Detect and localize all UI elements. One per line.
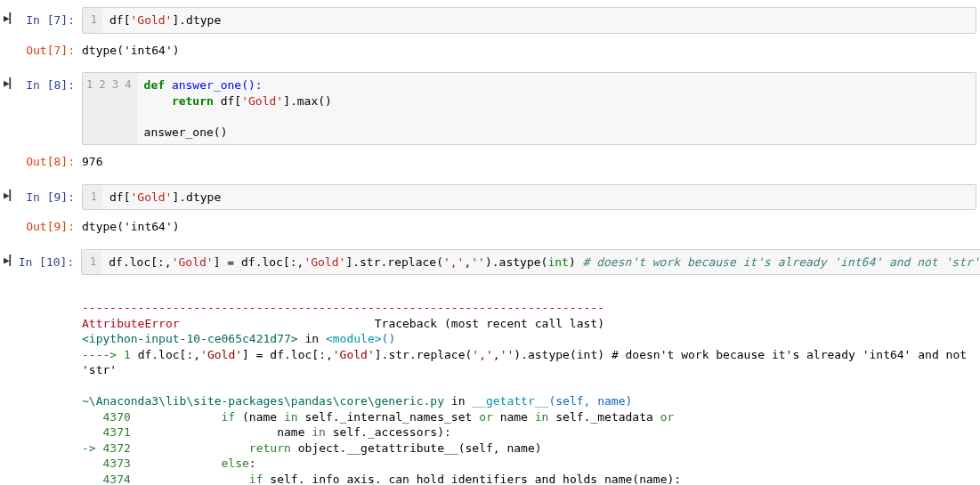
out-prompt-10 — [16, 279, 82, 485]
run-icon[interactable]: ▶▎ — [4, 72, 16, 145]
cell-7-input: ▶▎ In [7]: 1 df['Gold'].dtype — [4, 7, 976, 34]
cell-10-output: ----------------------------------------… — [4, 279, 976, 485]
cell-10-input: ▶▎ In [10]: 1 df.loc[:,'Gold'] = df.loc[… — [4, 249, 976, 276]
code-input-8[interactable]: 1 2 3 4 def answer_one(): return df['Gol… — [82, 72, 976, 145]
output-text: dtype('int64') — [82, 37, 976, 64]
out-prompt-8: Out[8]: — [16, 149, 82, 175]
cell-9-input: ▶▎ In [9]: 1 df['Gold'].dtype — [4, 184, 976, 211]
gutter: 1 2 3 4 — [83, 73, 137, 144]
code-input-9[interactable]: 1 df['Gold'].dtype — [82, 184, 976, 211]
cell-8-output: Out[8]: 976 — [4, 149, 976, 175]
code-input-10[interactable]: 1 df.loc[:,'Gold'] = df.loc[:,'Gold'].st… — [81, 249, 980, 276]
code-input-7[interactable]: 1 df['Gold'].dtype — [82, 7, 976, 34]
code[interactable]: df.loc[:,'Gold'] = df.loc[:,'Gold'].str.… — [101, 250, 980, 275]
out-prompt-7: Out[7]: — [16, 37, 82, 64]
cell-8-input: ▶▎ In [8]: 1 2 3 4 def answer_one(): ret… — [4, 72, 976, 145]
in-prompt-8: In [8]: — [16, 72, 82, 145]
gutter: 1 — [83, 185, 102, 210]
gutter: 1 — [82, 250, 101, 275]
code[interactable]: df['Gold'].dtype — [102, 185, 976, 210]
traceback-output: ----------------------------------------… — [82, 279, 976, 485]
out-prompt-9: Out[9]: — [16, 214, 82, 240]
output-text: 976 — [82, 149, 976, 175]
cell-9-output: Out[9]: dtype('int64') — [4, 214, 976, 240]
in-prompt-7: In [7]: — [16, 7, 82, 34]
run-icon[interactable]: ▶▎ — [4, 249, 15, 276]
run-icon[interactable]: ▶▎ — [4, 7, 16, 34]
run-icon[interactable]: ▶▎ — [4, 184, 16, 211]
in-prompt-10: In [10]: — [15, 249, 81, 276]
output-text: dtype('int64') — [82, 214, 976, 240]
code[interactable]: def answer_one(): return df['Gold'].max(… — [137, 73, 976, 144]
cell-7-output: Out[7]: dtype('int64') — [4, 37, 976, 64]
code[interactable]: df['Gold'].dtype — [102, 8, 976, 33]
in-prompt-9: In [9]: — [16, 184, 82, 211]
gutter: 1 — [83, 8, 102, 33]
